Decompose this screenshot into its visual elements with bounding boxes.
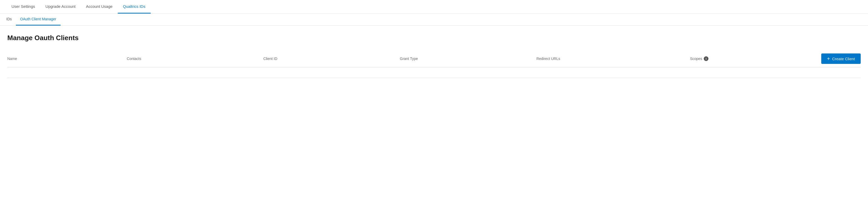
nav-item-upgrade-account[interactable]: Upgrade Account bbox=[40, 0, 81, 13]
create-client-label: Create Client bbox=[832, 57, 855, 61]
column-header-scopes: Scopes i bbox=[690, 56, 821, 61]
plus-icon: + bbox=[827, 56, 830, 61]
page-title: Manage Oauth Clients bbox=[7, 34, 861, 42]
table-empty-state bbox=[7, 67, 861, 78]
table-header: Name Contacts Client ID Grant Type Redir… bbox=[7, 50, 861, 67]
column-header-name: Name bbox=[7, 57, 127, 61]
column-header-redirect-urls: Redirect URLs bbox=[536, 57, 690, 61]
scopes-info-icon[interactable]: i bbox=[704, 56, 708, 61]
subnav-item-ids[interactable]: IDs bbox=[6, 13, 16, 26]
column-header-client-id: Client ID bbox=[263, 57, 400, 61]
create-client-button[interactable]: + Create Client bbox=[821, 53, 861, 64]
nav-item-account-usage[interactable]: Account Usage bbox=[81, 0, 118, 13]
top-navigation: User Settings Upgrade Account Account Us… bbox=[0, 0, 868, 13]
oauth-clients-table: Name Contacts Client ID Grant Type Redir… bbox=[7, 50, 861, 78]
scopes-label: Scopes bbox=[690, 57, 702, 61]
subnav-item-oauth-client-manager[interactable]: OAuth Client Manager bbox=[16, 13, 61, 26]
nav-item-qualtrics-ids[interactable]: Qualtrics IDs bbox=[118, 0, 151, 13]
create-client-action: + Create Client bbox=[821, 53, 861, 64]
main-content: Manage Oauth Clients Name Contacts Clien… bbox=[0, 26, 868, 218]
nav-item-user-settings[interactable]: User Settings bbox=[6, 0, 40, 13]
column-header-grant-type: Grant Type bbox=[400, 57, 536, 61]
column-header-contacts: Contacts bbox=[127, 57, 264, 61]
sub-navigation: IDs OAuth Client Manager bbox=[0, 13, 868, 26]
